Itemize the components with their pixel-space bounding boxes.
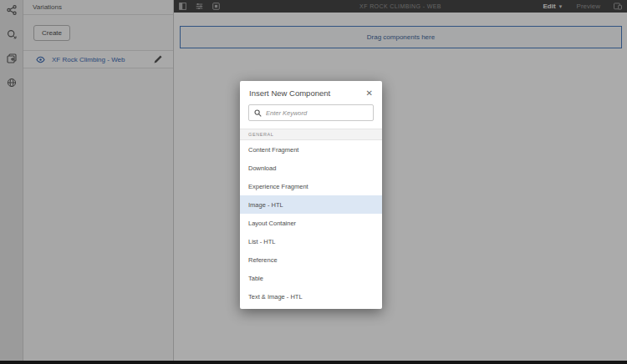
insert-component-dialog: Insert New Component ✕ GENERAL Content F… xyxy=(240,81,382,309)
component-search-box xyxy=(248,104,374,121)
dialog-title: Insert New Component xyxy=(249,88,330,98)
component-item-image-htl[interactable]: Image - HTL xyxy=(240,195,382,214)
component-group-header: GENERAL xyxy=(240,129,382,140)
dialog-footer-padding xyxy=(240,306,382,309)
dialog-header: Insert New Component ✕ xyxy=(240,81,382,104)
search-input[interactable] xyxy=(266,109,368,117)
component-item-table[interactable]: Table xyxy=(240,269,382,287)
component-item-download[interactable]: Download xyxy=(240,159,382,177)
component-item-layout-container[interactable]: Layout Container xyxy=(240,214,382,232)
component-item-text-image-htl[interactable]: Text & Image - HTL xyxy=(240,287,382,306)
search-icon xyxy=(254,109,262,117)
component-item-content-fragment[interactable]: Content Fragment xyxy=(240,140,382,159)
component-item-experience-fragment[interactable]: Experience Fragment xyxy=(240,177,382,195)
component-item-list-htl[interactable]: List - HTL xyxy=(240,232,382,250)
component-item-reference[interactable]: Reference xyxy=(240,250,382,269)
close-icon[interactable]: ✕ xyxy=(366,89,373,98)
app-window: Variations Create XF Rock Climbing - Web xyxy=(0,0,627,364)
